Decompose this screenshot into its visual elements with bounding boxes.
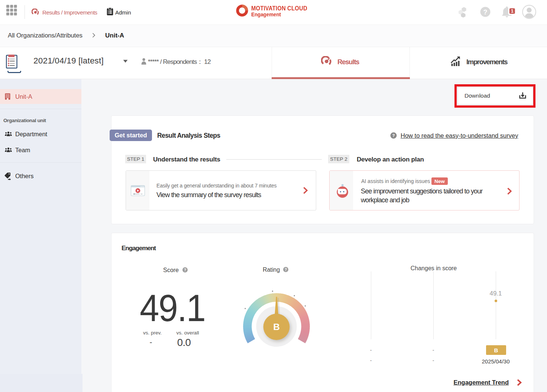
svg-text:?: ? <box>483 9 488 16</box>
svg-text:?: ? <box>392 133 395 138</box>
svg-text:?: ? <box>285 268 287 272</box>
svg-text:1: 1 <box>511 9 514 14</box>
svg-text:?: ? <box>184 268 186 272</box>
svg-text:B: B <box>273 322 280 332</box>
